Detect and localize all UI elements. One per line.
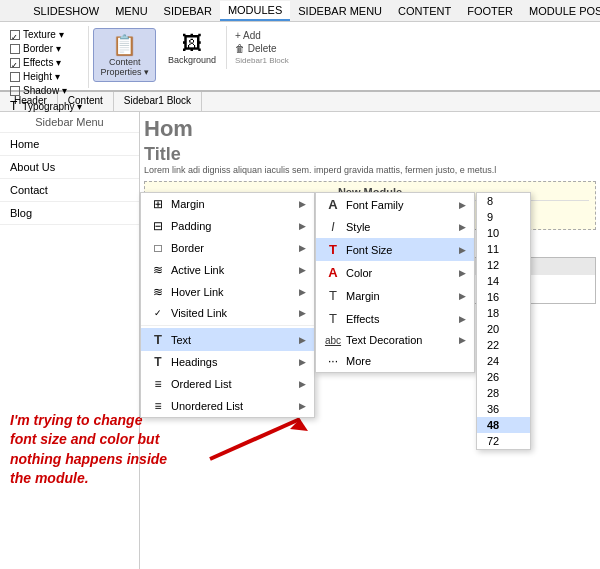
menu-item-sidebar-menu[interactable]: SIDEBAR MENU <box>290 2 390 20</box>
font-family-icon: A <box>324 197 342 212</box>
sidebar-menu-area: Sidebar Menu Home About Us Contact Blog <box>0 112 140 569</box>
visited-link-label: Visited Link <box>171 307 299 319</box>
menu-item-menu[interactable]: MENU <box>107 2 155 20</box>
menu-item-footer[interactable]: FOOTER <box>459 2 521 20</box>
fontsize-36[interactable]: 36 <box>477 401 530 417</box>
fontsize-24[interactable]: 24 <box>477 353 530 369</box>
border-icon-menu: □ <box>149 241 167 255</box>
effects-label: Effects ▾ <box>23 57 61 68</box>
ribbon-height-btn[interactable]: Height ▾ <box>8 70 84 83</box>
fontsize-16[interactable]: 16 <box>477 289 530 305</box>
ribbon-texture-btn[interactable]: Texture ▾ <box>8 28 84 41</box>
submenu-color[interactable]: A Color ▶ <box>316 261 474 284</box>
menu-item-sidebar[interactable]: SIDEBAR <box>156 2 220 20</box>
ribbon-header-buttons: Texture ▾ Border ▾ Effects ▾ Height ▾ Sh… <box>8 28 84 114</box>
fontsize-28[interactable]: 28 <box>477 385 530 401</box>
fontsize-72[interactable]: 72 <box>477 433 530 449</box>
submenu-effects[interactable]: T Effects ▶ <box>316 307 474 330</box>
padding-arrow: ▶ <box>299 221 306 231</box>
content-properties-button[interactable]: 📋 Content Properties ▾ <box>93 28 156 82</box>
ribbon-shadow-btn[interactable]: Shadow ▾ <box>8 84 84 97</box>
fontsize-9[interactable]: 9 <box>477 209 530 225</box>
border-arrow: ▶ <box>299 243 306 253</box>
menu-item-content[interactable]: CONTENT <box>390 2 459 20</box>
lorem-text: Lorem link adi digniss aliquan iaculis s… <box>144 165 596 177</box>
font-size-label: Font Size <box>346 244 459 256</box>
typography-icon: T <box>10 99 17 113</box>
ribbon-effects-btn[interactable]: Effects ▾ <box>8 56 84 69</box>
margin-icon: ⊞ <box>149 197 167 211</box>
sidebar-item-home[interactable]: Home <box>0 133 139 156</box>
fontsize-11[interactable]: 11 <box>477 241 530 257</box>
font-size-icon: T <box>324 242 342 257</box>
fontsize-14[interactable]: 14 <box>477 273 530 289</box>
margin-sub-label: Margin <box>346 290 459 302</box>
menu-text[interactable]: T Text ▶ <box>141 328 314 351</box>
effects-sub-icon: T <box>324 311 342 326</box>
background-button[interactable]: 🖼 Background <box>162 28 222 69</box>
menu-item-slideshow[interactable]: SLIDESHOW <box>25 2 107 20</box>
padding-label: Padding <box>171 220 299 232</box>
ordered-list-icon: ≡ <box>149 377 167 391</box>
add-button[interactable]: + Add <box>235 30 289 41</box>
delete-button[interactable]: 🗑 Delete <box>235 43 289 54</box>
height-label: Height ▾ <box>23 71 60 82</box>
ribbon-small-options: Texture ▾ Border ▾ Effects ▾ Height ▾ Sh… <box>8 28 84 114</box>
main-dropdown: ⊞ Margin ▶ ⊟ Padding ▶ □ Border ▶ ≋ Acti… <box>140 192 315 418</box>
menu-padding[interactable]: ⊟ Padding ▶ <box>141 215 314 237</box>
shadow-checkbox <box>10 86 20 96</box>
ordered-list-arrow: ▶ <box>299 379 306 389</box>
typography-label: Typography ▾ <box>22 101 82 112</box>
active-link-icon: ≋ <box>149 263 167 277</box>
border-label: Border ▾ <box>23 43 61 54</box>
effects-sub-arrow: ▶ <box>459 314 466 324</box>
ribbon-border-btn[interactable]: Border ▾ <box>8 42 84 55</box>
shadow-label: Shadow ▾ <box>23 85 67 96</box>
menu-headings[interactable]: T Headings ▶ <box>141 351 314 373</box>
active-link-arrow: ▶ <box>299 265 306 275</box>
sidebar-item-about[interactable]: About Us <box>0 156 139 179</box>
texture-label: Texture ▾ <box>23 29 64 40</box>
sidebar-item-blog[interactable]: Blog <box>0 202 139 225</box>
hover-link-arrow: ▶ <box>299 287 306 297</box>
fontsize-10[interactable]: 10 <box>477 225 530 241</box>
menu-border[interactable]: □ Border ▶ <box>141 237 314 259</box>
tab-sidebar1-block[interactable]: Sidebar1 Block <box>114 92 202 111</box>
submenu-margin[interactable]: T Margin ▶ <box>316 284 474 307</box>
menu-margin[interactable]: ⊞ Margin ▶ <box>141 193 314 215</box>
menu-active-link[interactable]: ≋ Active Link ▶ <box>141 259 314 281</box>
ordered-list-label: Ordered List <box>171 378 299 390</box>
padding-icon: ⊟ <box>149 219 167 233</box>
sidebar-block-label: Sidebar1 Block <box>235 56 289 65</box>
fontsize-12[interactable]: 12 <box>477 257 530 273</box>
color-icon: A <box>324 265 342 280</box>
menu-item-modules[interactable]: MODULES <box>220 1 290 21</box>
text-decoration-arrow: ▶ <box>459 335 466 345</box>
text-arrow: ▶ <box>299 335 306 345</box>
submenu-text-decoration[interactable]: abc Text Decoration ▶ <box>316 330 474 350</box>
text-icon-menu: T <box>149 332 167 347</box>
fontsize-26[interactable]: 26 <box>477 369 530 385</box>
fontsize-18[interactable]: 18 <box>477 305 530 321</box>
fontsize-22[interactable]: 22 <box>477 337 530 353</box>
sidebar-menu-title: Sidebar Menu <box>0 112 139 133</box>
submenu-font-family[interactable]: A Font Family ▶ <box>316 193 474 216</box>
menu-hover-link[interactable]: ≋ Hover Link ▶ <box>141 281 314 303</box>
sidebar-item-contact[interactable]: Contact <box>0 179 139 202</box>
fontsize-20[interactable]: 20 <box>477 321 530 337</box>
menu-item-blank[interactable] <box>0 2 25 20</box>
headings-arrow: ▶ <box>299 357 306 367</box>
submenu-font-size[interactable]: T Font Size ▶ <box>316 238 474 261</box>
submenu-style[interactable]: I Style ▶ <box>316 216 474 238</box>
border-label-menu: Border <box>171 242 299 254</box>
add-delete-group: + Add 🗑 Delete Sidebar1 Block <box>226 26 297 69</box>
fontsize-48[interactable]: 48 <box>477 417 530 433</box>
menu-unordered-list[interactable]: ≡ Unordered List ▶ <box>141 395 314 417</box>
menu-ordered-list[interactable]: ≡ Ordered List ▶ <box>141 373 314 395</box>
height-checkbox <box>10 72 20 82</box>
menu-visited-link[interactable]: ✓ Visited Link ▶ <box>141 303 314 323</box>
submenu-more[interactable]: ··· More <box>316 350 474 372</box>
font-family-arrow: ▶ <box>459 200 466 210</box>
fontsize-8[interactable]: 8 <box>477 193 530 209</box>
menu-item-module-position[interactable]: MODULE POSITION <box>521 2 600 20</box>
